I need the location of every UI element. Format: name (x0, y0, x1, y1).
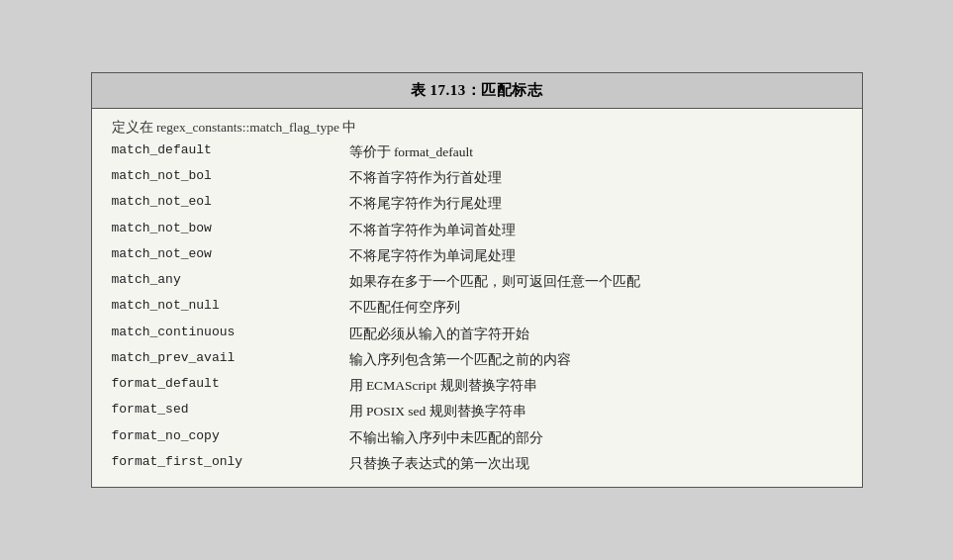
desc-cell: 等价于 format_default (349, 140, 842, 165)
desc-cell: 用 POSIX sed 规则替换字符串 (349, 399, 842, 424)
table-row: match_any如果存在多于一个匹配，则可返回任意一个匹配 (112, 269, 842, 295)
desc-cell: 不将尾字符作为行尾处理 (349, 191, 842, 217)
desc-cell: 如果存在多于一个匹配，则可返回任意一个匹配 (349, 269, 842, 295)
table-row: match_continuous匹配必须从输入的首字符开始 (112, 322, 842, 347)
code-cell: format_sed (112, 399, 349, 424)
desc-cell: 输入序列包含第一个匹配之前的内容 (349, 347, 842, 373)
code-cell: format_first_only (112, 451, 349, 477)
definition-line: 定义在 regex_constants::match_flag_type 中 (112, 115, 842, 140)
table-body: 定义在 regex_constants::match_flag_type 中 m… (92, 109, 862, 487)
table-row: match_not_bow不将首字符作为单词首处理 (112, 218, 842, 243)
code-cell: match_continuous (112, 322, 349, 347)
code-cell: match_any (112, 269, 349, 295)
table-row: match_not_null不匹配任何空序列 (112, 295, 842, 321)
desc-cell: 不输出输入序列中未匹配的部分 (349, 425, 842, 451)
desc-cell: 匹配必须从输入的首字符开始 (349, 322, 842, 347)
code-cell: match_default (112, 140, 349, 165)
code-cell: match_prev_avail (112, 347, 349, 373)
main-table: 表 17.13：匹配标志 定义在 regex_constants::match_… (91, 72, 863, 488)
code-cell: match_not_eol (112, 191, 349, 217)
desc-cell: 用 ECMAScript 规则替换字符串 (349, 373, 842, 399)
data-rows: match_default等价于 format_defaultmatch_not… (112, 140, 842, 477)
code-cell: format_default (112, 373, 349, 399)
table-row: format_sed用 POSIX sed 规则替换字符串 (112, 399, 842, 424)
code-cell: match_not_bol (112, 165, 349, 191)
table-row: format_default用 ECMAScript 规则替换字符串 (112, 373, 842, 399)
desc-cell: 只替换子表达式的第一次出现 (349, 451, 842, 477)
code-cell: match_not_bow (112, 218, 349, 243)
table-row: match_not_eol不将尾字符作为行尾处理 (112, 191, 842, 217)
desc-cell: 不将首字符作为单词首处理 (349, 218, 842, 243)
desc-cell: 不将尾字符作为单词尾处理 (349, 243, 842, 269)
table-row: match_not_eow不将尾字符作为单词尾处理 (112, 243, 842, 269)
desc-cell: 不匹配任何空序列 (349, 295, 842, 321)
code-cell: match_not_eow (112, 243, 349, 269)
table-row: match_prev_avail输入序列包含第一个匹配之前的内容 (112, 347, 842, 373)
table-row: format_no_copy不输出输入序列中未匹配的部分 (112, 425, 842, 451)
table-title: 表 17.13：匹配标志 (92, 73, 862, 109)
code-cell: format_no_copy (112, 425, 349, 451)
table-row: match_default等价于 format_default (112, 140, 842, 165)
desc-cell: 不将首字符作为行首处理 (349, 165, 842, 191)
table-row: match_not_bol不将首字符作为行首处理 (112, 165, 842, 191)
table-row: format_first_only只替换子表达式的第一次出现 (112, 451, 842, 477)
code-cell: match_not_null (112, 295, 349, 321)
